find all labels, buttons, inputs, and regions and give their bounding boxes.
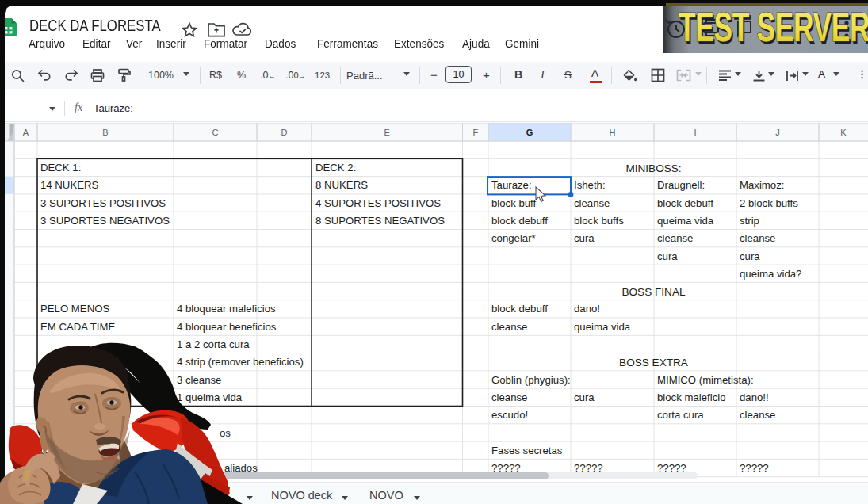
svg-text:3 SUPORTES POSITIVOS: 3 SUPORTES POSITIVOS bbox=[40, 197, 166, 209]
svg-text:14 NUKERS: 14 NUKERS bbox=[40, 179, 98, 191]
svg-text:dano!!: dano!! bbox=[740, 391, 769, 403]
svg-text:block maleficio: block maleficio bbox=[657, 391, 726, 403]
svg-text:cleanse: cleanse bbox=[740, 409, 775, 421]
svg-text:3 SUPORTES NEGATIVOS: 3 SUPORTES NEGATIVOS bbox=[40, 215, 170, 227]
svg-text:Goblin (phygius):: Goblin (phygius): bbox=[491, 374, 571, 386]
svg-text:BOSS EXTRA: BOSS EXTRA bbox=[619, 357, 689, 368]
svg-text:I: I bbox=[694, 128, 696, 137]
svg-text:dano!: dano! bbox=[574, 303, 600, 315]
svg-text:G: G bbox=[526, 128, 533, 137]
svg-text:F: F bbox=[472, 128, 478, 137]
svg-text:block debuff: block debuff bbox=[491, 303, 548, 315]
svg-text:block buff: block buff bbox=[491, 197, 537, 209]
svg-text:C: C bbox=[212, 128, 219, 137]
svg-text:H: H bbox=[610, 128, 616, 137]
svg-text:DECK 2:: DECK 2: bbox=[315, 162, 356, 174]
svg-text:congelar*: congelar* bbox=[491, 232, 536, 244]
svg-text:E: E bbox=[384, 128, 390, 137]
svg-text:B: B bbox=[102, 128, 108, 137]
svg-text:cleanse: cleanse bbox=[491, 391, 527, 403]
svg-text:block debuff: block debuff bbox=[657, 197, 713, 209]
svg-text:BOSS FINAL: BOSS FINAL bbox=[621, 286, 686, 298]
svg-text:A: A bbox=[23, 128, 29, 137]
svg-text:queima vida: queima vida bbox=[657, 215, 714, 227]
svg-text:cleanse: cleanse bbox=[491, 321, 527, 333]
svg-text:cleanse: cleanse bbox=[740, 232, 775, 244]
svg-text:cleanse: cleanse bbox=[657, 232, 693, 244]
svg-text:EM CADA TIME: EM CADA TIME bbox=[40, 321, 115, 333]
svg-text:TEST SERVER: TEST SERVER bbox=[679, 6, 868, 50]
svg-text:block debuff: block debuff bbox=[491, 215, 548, 227]
svg-text:cura: cura bbox=[574, 391, 595, 403]
svg-text:4 bloquear beneficios: 4 bloquear beneficios bbox=[177, 321, 277, 333]
svg-text:DECK 1:: DECK 1: bbox=[40, 162, 81, 174]
svg-text:8 NUKERS: 8 NUKERS bbox=[315, 179, 368, 191]
svg-text:D: D bbox=[281, 128, 288, 137]
svg-text:block buffs: block buffs bbox=[574, 215, 624, 227]
svg-text:Maximoz:: Maximoz: bbox=[740, 179, 784, 191]
svg-text:4 SUPORTES POSITIVOS: 4 SUPORTES POSITIVOS bbox=[315, 197, 441, 209]
svg-text:Tauraze:: Tauraze: bbox=[491, 179, 532, 191]
svg-text:PELO MENOS: PELO MENOS bbox=[40, 303, 109, 315]
svg-text:Fases secretas: Fases secretas bbox=[491, 445, 563, 456]
svg-text:queima vida: queima vida bbox=[574, 321, 631, 333]
svg-text:cura: cura bbox=[740, 250, 760, 262]
svg-text:MINIBOSS:: MINIBOSS: bbox=[625, 162, 681, 174]
svg-text:cura: cura bbox=[574, 232, 595, 244]
svg-text:J: J bbox=[775, 128, 780, 137]
svg-text:corta cura: corta cura bbox=[657, 409, 704, 421]
svg-text:K: K bbox=[840, 128, 847, 137]
svg-text:cura: cura bbox=[657, 250, 678, 262]
svg-text:MIMICO (mimetista):: MIMICO (mimetista): bbox=[657, 374, 754, 386]
svg-text:Draugnell:: Draugnell: bbox=[657, 179, 705, 191]
svg-text:?????: ????? bbox=[740, 462, 769, 474]
svg-text:4 bloquear maleficios: 4 bloquear maleficios bbox=[177, 303, 276, 315]
svg-text:2 block buffs: 2 block buffs bbox=[740, 197, 798, 209]
svg-text:cleanse: cleanse bbox=[574, 197, 610, 209]
svg-text:queima vida?: queima vida? bbox=[740, 268, 801, 280]
svg-text:8 SUPORTES NEGATIVOS: 8 SUPORTES NEGATIVOS bbox=[315, 215, 445, 227]
svg-text:escudo!: escudo! bbox=[491, 409, 528, 421]
svg-text:Isheth:: Isheth: bbox=[574, 179, 606, 191]
svg-text:strip: strip bbox=[740, 215, 759, 227]
